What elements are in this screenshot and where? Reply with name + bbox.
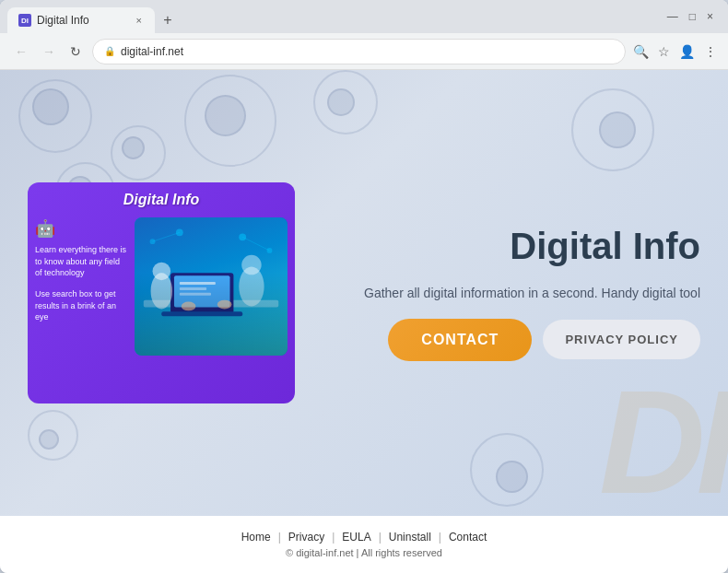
footer-link-uninstall[interactable]: Uninstall: [389, 531, 431, 544]
bookmark-icon[interactable]: ☆: [658, 44, 670, 59]
people-visual: [135, 217, 288, 356]
search-icon[interactable]: 🔍: [633, 44, 649, 59]
footer-link-contact[interactable]: Contact: [449, 531, 487, 544]
profile-icon[interactable]: 👤: [679, 44, 695, 59]
window-controls: — □ ×: [667, 10, 721, 23]
menu-icon[interactable]: ⋮: [704, 44, 717, 59]
tab-close-button[interactable]: ×: [135, 13, 144, 28]
promo-card-title: Digital Info: [28, 182, 295, 217]
action-buttons: CONTACT PRIVACY POLICY: [388, 319, 700, 361]
main-layout: Digital Info 🤖 Learn everything there is…: [0, 70, 728, 516]
promo-image: [135, 217, 288, 356]
svg-rect-6: [180, 293, 211, 296]
address-input[interactable]: 🔒 digital-inf.net: [92, 39, 626, 64]
footer-sep-1: |: [278, 531, 281, 544]
footer-copyright: © digital-inf.net | All rights reserved: [286, 547, 442, 558]
app-subtitle: Gather all digital information in a seco…: [364, 286, 700, 300]
address-actions: 🔍 ☆ 👤 ⋮: [633, 44, 717, 59]
footer-link-home[interactable]: Home: [241, 531, 271, 544]
promo-card: Digital Info 🤖 Learn everything there is…: [28, 182, 295, 403]
svg-point-17: [176, 229, 183, 237]
forward-button[interactable]: →: [39, 41, 59, 63]
svg-rect-0: [144, 300, 278, 308]
svg-point-7: [151, 273, 172, 309]
svg-point-13: [239, 233, 246, 240]
svg-line-18: [153, 232, 180, 241]
footer-link-eula[interactable]: EULA: [342, 531, 370, 544]
footer-sep-2: |: [332, 531, 335, 544]
promo-text-1: Learn everything there is to know about …: [35, 244, 127, 279]
svg-rect-1: [170, 273, 233, 313]
privacy-policy-button[interactable]: PRIVACY POLICY: [543, 320, 700, 359]
browser-frame: DI Digital Info × + — □ × ← → ↻ 🔒 digita…: [0, 0, 728, 573]
app-title: Digital Info: [510, 226, 700, 267]
window-close-button[interactable]: ×: [707, 10, 713, 23]
refresh-button[interactable]: ↻: [66, 41, 85, 63]
title-bar: DI Digital Info × + — □ ×: [0, 0, 728, 33]
tab-title: Digital Info: [37, 14, 89, 27]
promo-text-2: Use search box to get results in a brink…: [35, 288, 127, 323]
footer-sep-3: |: [379, 531, 382, 544]
right-panel: Digital Info Gather all digital informat…: [332, 226, 700, 361]
svg-point-11: [182, 302, 196, 311]
contact-button[interactable]: CONTACT: [388, 319, 532, 361]
svg-point-10: [241, 255, 261, 275]
new-tab-button[interactable]: +: [155, 7, 181, 33]
promo-text-column: 🤖 Learn everything there is to know abou…: [35, 217, 127, 356]
svg-rect-5: [180, 287, 206, 290]
svg-rect-2: [174, 275, 230, 307]
address-url: digital-inf.net: [121, 45, 183, 58]
page-content: DI Digital Info 🤖 Learn everything there…: [0, 70, 728, 516]
scene-svg: [135, 217, 288, 356]
svg-point-9: [239, 267, 264, 307]
svg-line-15: [242, 237, 269, 251]
svg-rect-4: [180, 282, 216, 285]
promo-card-content: 🤖 Learn everything there is to know abou…: [28, 217, 295, 356]
robot-icon: 🤖: [35, 217, 127, 240]
svg-rect-3: [161, 311, 242, 316]
footer-links: Home | Privacy | EULA | Uninstall | Cont…: [241, 531, 487, 544]
minimize-button[interactable]: —: [667, 10, 678, 23]
maximize-button[interactable]: □: [689, 10, 696, 23]
footer: Home | Privacy | EULA | Uninstall | Cont…: [0, 516, 728, 573]
footer-link-privacy[interactable]: Privacy: [288, 531, 324, 544]
svg-point-12: [217, 300, 232, 310]
tab-favicon: DI: [18, 14, 31, 27]
svg-point-8: [153, 263, 171, 281]
footer-sep-4: |: [439, 531, 441, 544]
address-bar: ← → ↻ 🔒 digital-inf.net 🔍 ☆ 👤 ⋮: [0, 33, 728, 70]
tab-bar: DI Digital Info × +: [7, 0, 663, 33]
back-button[interactable]: ←: [11, 41, 31, 63]
active-tab[interactable]: DI Digital Info ×: [7, 7, 155, 33]
lock-icon: 🔒: [104, 46, 115, 56]
